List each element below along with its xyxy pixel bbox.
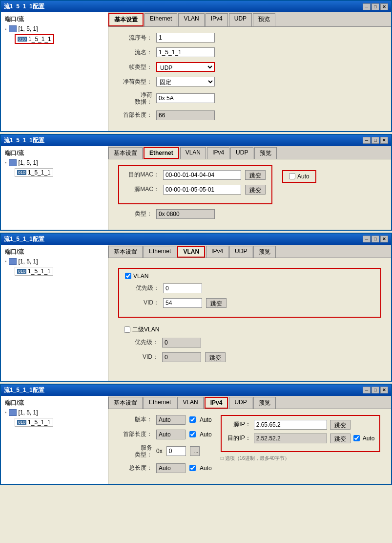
- input-src-mac[interactable]: [163, 185, 241, 195]
- title-2: 流1_5_1_1配置: [4, 136, 44, 145]
- input-dest-mac[interactable]: [163, 170, 241, 180]
- tab-vlan-active[interactable]: VLAN: [177, 246, 205, 258]
- tab-ipv4-3[interactable]: IPv4: [206, 246, 228, 258]
- tab-basic-4[interactable]: 基本设置: [108, 397, 143, 409]
- tab-bar-4: 基本设置 Ethernet VLAN IPv4 UDP 预览: [108, 396, 391, 409]
- second-vlan-label: 二级VLAN: [132, 326, 159, 334]
- tab-basic-settings[interactable]: 基本设置: [108, 13, 144, 26]
- tab-preview-4[interactable]: 预览: [253, 397, 276, 409]
- close-btn-1[interactable]: ✕: [380, 3, 388, 10]
- input-dest-ip[interactable]: [254, 434, 327, 443]
- version-auto-label: Auto: [200, 416, 212, 423]
- tab-vlan-4[interactable]: VLAN: [177, 397, 203, 409]
- tab-ethernet-active[interactable]: Ethernet: [144, 147, 179, 159]
- maximize-btn-3[interactable]: □: [371, 236, 379, 242]
- header-auto-check[interactable]: [189, 431, 196, 437]
- dest-ip-auto-check[interactable]: [353, 435, 360, 441]
- tab-vlan-2[interactable]: VLAN: [180, 147, 206, 159]
- tab-vlan-1[interactable]: VLAN: [178, 13, 204, 26]
- row-src-mac: 源MAC： 跳变: [125, 185, 266, 195]
- tab-preview-1[interactable]: 预览: [253, 13, 275, 26]
- jump-btn-second-vlan[interactable]: 跳变: [205, 352, 226, 362]
- select-payload-type[interactable]: 固定: [156, 77, 215, 87]
- vlan-checkbox[interactable]: [125, 273, 131, 279]
- title-4: 流1_5_1_1配置: [4, 386, 44, 394]
- tree-label-1: [1, 5, 1]: [19, 25, 38, 32]
- jump-btn-dest-mac[interactable]: 跳变: [245, 170, 266, 180]
- form-ethernet: 目的MAC： 跳变 源MAC： 跳变 类型：: [108, 159, 391, 230]
- maximize-btn-4[interactable]: □: [371, 387, 379, 393]
- leaf-item-4[interactable]: 010 1_5_1_1: [3, 417, 106, 428]
- jump-btn-vlan[interactable]: 跳变: [206, 298, 227, 308]
- tab-ipv4-1[interactable]: IPv4: [206, 13, 228, 26]
- label-dest-ip: 目的IP：: [227, 434, 251, 442]
- titlebar-1: 流1_5_1_1配置 ─ □ ✕: [1, 1, 391, 12]
- close-btn-2[interactable]: ✕: [380, 137, 388, 144]
- input-payload-data[interactable]: [156, 93, 215, 103]
- jump-btn-dest-ip[interactable]: 跳变: [330, 434, 351, 443]
- leaf-id-3: 010: [17, 269, 26, 274]
- auto-checkbox-ethernet[interactable]: [289, 173, 295, 179]
- version-auto-check[interactable]: [189, 416, 196, 423]
- tree-expand-2: ▪: [5, 160, 7, 165]
- tab-basic-2[interactable]: 基本设置: [108, 147, 143, 159]
- label-header-len-ipv4: 首部长度：: [118, 430, 152, 438]
- tab-udp-2[interactable]: UDP: [230, 147, 253, 159]
- input-total-len: [156, 463, 186, 473]
- leaf-box-1[interactable]: 010 1_5_1_1: [15, 34, 54, 44]
- jump-btn-src-ip[interactable]: 跳变: [330, 420, 351, 430]
- tab-udp-4[interactable]: UDP: [229, 397, 252, 409]
- sidebar-1: 端口/流 ▪ [1, 5, 1] 010 1_5_1_1: [1, 12, 108, 131]
- close-btn-3[interactable]: ✕: [380, 236, 388, 242]
- tab-udp-1[interactable]: UDP: [229, 13, 252, 26]
- tab-ethernet-3[interactable]: Ethernet: [144, 246, 176, 258]
- window-basic-settings: 流1_5_1_1配置 ─ □ ✕ 端口/流 ▪ [1, 5, 1] 010 1_…: [0, 0, 392, 132]
- input-vlan-priority[interactable]: [163, 283, 202, 293]
- input-service-type[interactable]: [166, 446, 186, 456]
- service-type-more-btn[interactable]: ...: [190, 446, 200, 456]
- minimize-btn-2[interactable]: ─: [363, 137, 371, 144]
- title-1: 流1_5_1_1配置: [4, 2, 44, 11]
- input-vlan-vid[interactable]: [163, 298, 202, 308]
- leaf-item-2[interactable]: 010 1_5_1_1: [3, 167, 106, 178]
- row-header-len-ipv4: 首部长度： Auto: [118, 430, 212, 439]
- tab-preview-2[interactable]: 预览: [254, 147, 277, 159]
- service-type-prefix: 0x: [156, 448, 163, 455]
- leaf-item-3[interactable]: 010 1_5_1_1: [3, 266, 106, 277]
- input-src-ip[interactable]: [254, 420, 327, 430]
- minimize-btn-3[interactable]: ─: [363, 236, 371, 242]
- input-version: [156, 415, 186, 425]
- form-vlan: VLAN 优先级： VID： 跳变 二级VLAN: [108, 258, 391, 381]
- input-seq[interactable]: [156, 33, 215, 43]
- jump-btn-src-mac[interactable]: 跳变: [245, 185, 266, 195]
- total-auto-label: Auto: [200, 465, 212, 472]
- tab-ipv4-2[interactable]: IPv4: [207, 147, 229, 159]
- input-name[interactable]: [156, 47, 215, 57]
- tab-preview-3[interactable]: 预览: [253, 246, 276, 258]
- maximize-btn-2[interactable]: □: [371, 137, 379, 144]
- input-header-len: [156, 110, 215, 120]
- maximize-btn-1[interactable]: □: [371, 3, 379, 10]
- label-payload-data: 净荷数据：: [118, 91, 152, 106]
- tab-ipv4-active[interactable]: IPv4: [205, 397, 228, 409]
- leaf-id-4: 010: [17, 420, 26, 425]
- tab-basic-3[interactable]: 基本设置: [108, 246, 143, 258]
- leaf-item-1[interactable]: 010 1_5_1_1: [3, 33, 106, 45]
- minimize-btn-1[interactable]: ─: [363, 3, 371, 10]
- label-total-len: 总长度：: [118, 464, 152, 472]
- node-icon-3: [9, 258, 17, 265]
- titlebar-3: 流1_5_1_1配置 ─ □ ✕: [1, 234, 391, 245]
- minimize-btn-4[interactable]: ─: [363, 387, 371, 393]
- tab-ethernet-4[interactable]: Ethernet: [144, 397, 176, 409]
- leaf-id-1: 010: [18, 37, 27, 42]
- select-frame-type[interactable]: UDP: [156, 62, 215, 72]
- leaf-box-2: 010 1_5_1_1: [15, 168, 53, 177]
- second-vlan-checkbox[interactable]: [124, 326, 130, 333]
- tab-udp-3[interactable]: UDP: [229, 246, 252, 258]
- window-controls-1: ─ □ ✕: [363, 3, 388, 10]
- total-auto-check[interactable]: [189, 465, 196, 471]
- tab-ethernet-1[interactable]: Ethernet: [144, 13, 177, 26]
- vlan-enable-row: VLAN: [125, 273, 374, 280]
- close-btn-4[interactable]: ✕: [380, 387, 388, 393]
- row-version: 版本： Auto: [118, 415, 212, 425]
